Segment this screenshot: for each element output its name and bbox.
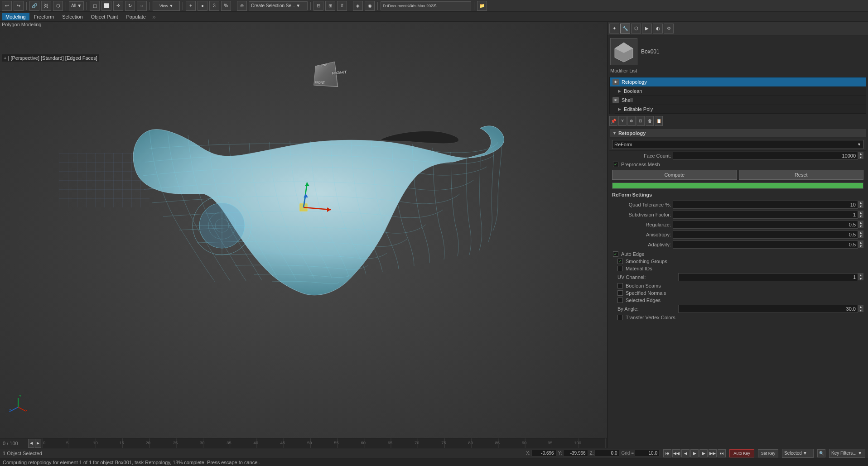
face-count-spinner[interactable]: ▲ ▼ bbox=[858, 152, 863, 160]
regularize-value[interactable]: 0.5 bbox=[673, 221, 858, 229]
skip-end-btn[interactable]: ⏭ bbox=[718, 449, 726, 457]
quad-tolerance-up[interactable]: ▲ bbox=[858, 201, 863, 204]
subdivision-factor-value[interactable]: 1 bbox=[673, 211, 858, 219]
face-count-down[interactable]: ▼ bbox=[858, 155, 863, 159]
redo-btn[interactable]: ↪ bbox=[14, 1, 24, 11]
move-btn[interactable]: ✛ bbox=[113, 1, 123, 11]
selected-edges-checkbox[interactable] bbox=[617, 298, 623, 303]
search-btn[interactable]: 🔍 bbox=[817, 449, 825, 457]
set-key-btn[interactable]: Set Key bbox=[758, 449, 778, 457]
active-btn[interactable]: ⊡ bbox=[637, 116, 645, 126]
render-btn[interactable]: ◈ bbox=[353, 1, 363, 11]
quad-tolerance-down[interactable]: ▼ bbox=[858, 204, 863, 208]
create-icon-btn[interactable]: ✦ bbox=[609, 24, 619, 34]
modifier-shell[interactable]: 👁 Shell bbox=[610, 96, 866, 105]
boolean-seams-checkbox[interactable] bbox=[617, 283, 623, 288]
material-ids-checkbox[interactable] bbox=[617, 266, 623, 271]
viewport-btn[interactable]: View ▼ bbox=[153, 1, 180, 11]
prev-key-btn[interactable]: ◀◀ bbox=[672, 449, 680, 457]
preprocess-mesh-row[interactable]: ✓ Preprocess Mesh bbox=[609, 161, 866, 168]
regularize-down[interactable]: ▼ bbox=[858, 224, 863, 228]
by-angle-value[interactable]: 30.0 bbox=[678, 305, 858, 313]
modifier-eye-retopology[interactable]: 👁 bbox=[612, 79, 619, 85]
next-key-btn[interactable]: ▶▶ bbox=[709, 449, 717, 457]
subdivision-factor-down[interactable]: ▼ bbox=[858, 214, 863, 218]
percent-btn[interactable]: % bbox=[221, 1, 231, 11]
skip-start-btn[interactable]: ⏮ bbox=[663, 449, 671, 457]
modifier-editable-poly[interactable]: ▶ Editable Poly bbox=[615, 105, 866, 114]
transfer-vertex-colors-row[interactable]: Transfer Vertex Colors bbox=[609, 314, 866, 321]
auto-edge-checkbox[interactable]: ✓ bbox=[613, 251, 618, 257]
regularize-spinner[interactable]: ▲ ▼ bbox=[858, 221, 863, 229]
material-btn[interactable]: ◉ bbox=[365, 1, 375, 11]
retopology-section-header[interactable]: ▼ Retopology bbox=[609, 129, 866, 138]
create-selection-dropdown[interactable]: Create Selection Se...▼ bbox=[249, 1, 308, 10]
modify-icon-btn[interactable]: 🔧 bbox=[620, 24, 630, 34]
key-filters-dropdown[interactable]: Key Filters... ▼ bbox=[829, 449, 865, 458]
snap-btn[interactable]: + bbox=[186, 1, 196, 11]
timeline-track[interactable]: 0 5 10 15 20 25 30 35 40 45 50 55 60 65 … bbox=[42, 438, 607, 448]
quad-tolerance-spinner[interactable]: ▲ ▼ bbox=[858, 201, 863, 209]
uv-channel-down[interactable]: ▼ bbox=[858, 277, 863, 280]
quad-tolerance-input[interactable]: 10 ▲ ▼ bbox=[673, 201, 863, 209]
anisotropy-up[interactable]: ▲ bbox=[858, 231, 863, 234]
face-count-up[interactable]: ▲ bbox=[858, 152, 863, 155]
tool1-btn[interactable]: ⊕ bbox=[237, 1, 247, 11]
uv-channel-value[interactable]: 1 bbox=[678, 273, 858, 281]
by-angle-up[interactable]: ▲ bbox=[858, 305, 863, 308]
next-frame-btn-2[interactable]: ▶ bbox=[699, 449, 708, 457]
modifier-eye-shell[interactable]: 👁 bbox=[612, 97, 619, 103]
play-btn[interactable]: ▶ bbox=[690, 449, 699, 457]
motion-icon-btn[interactable]: ▶ bbox=[642, 24, 652, 34]
auto-key-btn[interactable]: Auto Key bbox=[729, 449, 754, 457]
prev-frame-btn-2[interactable]: ◀ bbox=[681, 449, 690, 457]
face-count-value[interactable]: 10000 bbox=[673, 152, 858, 160]
display-icon-btn[interactable]: ◐ bbox=[653, 24, 663, 34]
anisotropy-value[interactable]: 0.5 bbox=[673, 231, 858, 239]
by-angle-spinner[interactable]: ▲ ▼ bbox=[858, 305, 863, 313]
anisotropy-spinner[interactable]: ▲ ▼ bbox=[858, 231, 863, 239]
subdivision-factor-spinner[interactable]: ▲ ▼ bbox=[858, 211, 863, 219]
scale-btn[interactable]: ↔ bbox=[137, 1, 147, 11]
subdivision-factor-input[interactable]: 1 ▲ ▼ bbox=[673, 211, 863, 219]
rect-select-btn[interactable]: ⬜ bbox=[101, 1, 111, 11]
link-btn[interactable]: 🔗 bbox=[29, 1, 39, 11]
uv-channel-spinner[interactable]: ▲ ▼ bbox=[858, 273, 863, 281]
smoothing-groups-checkbox[interactable]: ✓ bbox=[617, 259, 623, 264]
next-frame-btn[interactable]: ▶ bbox=[35, 439, 41, 448]
rotate-btn[interactable]: ↻ bbox=[125, 1, 135, 11]
anisotropy-down[interactable]: ▼ bbox=[858, 234, 863, 238]
prev-frame-btn[interactable]: ◀ bbox=[28, 439, 34, 448]
boolean-seams-row[interactable]: Boolean Seams bbox=[609, 282, 866, 289]
specified-normals-row[interactable]: Specified Normals bbox=[609, 289, 866, 297]
grid-btn[interactable]: # bbox=[337, 1, 347, 11]
undo-btn[interactable]: ↩ bbox=[2, 1, 12, 11]
menu-object-paint[interactable]: Object Paint bbox=[87, 13, 122, 20]
by-angle-down[interactable]: ▼ bbox=[858, 308, 863, 312]
utilities-icon-btn[interactable]: ⚙ bbox=[664, 24, 674, 34]
expand-btn[interactable]: » bbox=[152, 13, 156, 20]
modifier-retopology[interactable]: 👁 Retopology bbox=[610, 77, 866, 87]
menu-modeling[interactable]: Modeling bbox=[2, 13, 29, 20]
preprocess-mesh-checkbox[interactable]: ✓ bbox=[613, 162, 618, 167]
menu-populate[interactable]: Populate bbox=[122, 13, 149, 20]
menu-selection[interactable]: Selection bbox=[58, 13, 86, 20]
menu-freeform[interactable]: Freeform bbox=[30, 13, 58, 20]
file-btn[interactable]: 📁 bbox=[477, 1, 487, 11]
selected-edges-row[interactable]: Selected Edges bbox=[609, 297, 866, 304]
selection-dropdown[interactable]: 3ds Max 2023 All▼ bbox=[69, 1, 84, 10]
material-ids-row[interactable]: Material IDs bbox=[609, 265, 866, 272]
auto-edge-row[interactable]: ✓ Auto Edge bbox=[609, 250, 866, 258]
smoothing-groups-row[interactable]: ✓ Smoothing Groups bbox=[609, 258, 866, 265]
adaptivity-value[interactable]: 0.5 bbox=[673, 240, 858, 249]
specified-normals-checkbox[interactable] bbox=[617, 290, 623, 296]
adaptivity-input[interactable]: 0.5 ▲ ▼ bbox=[673, 240, 863, 249]
modifier-boolean[interactable]: ▶ Boolean bbox=[615, 87, 866, 96]
transfer-vertex-colors-checkbox[interactable] bbox=[617, 315, 623, 320]
compute-btn[interactable]: Compute bbox=[612, 170, 737, 180]
reset-btn[interactable]: Reset bbox=[739, 170, 864, 180]
delete-btn[interactable]: 🗑 bbox=[646, 116, 654, 126]
by-angle-input[interactable]: 30.0 ▲ ▼ bbox=[678, 305, 863, 313]
unlink-btn[interactable]: ⛓ bbox=[41, 1, 51, 11]
quad-tolerance-value[interactable]: 10 bbox=[673, 201, 858, 209]
